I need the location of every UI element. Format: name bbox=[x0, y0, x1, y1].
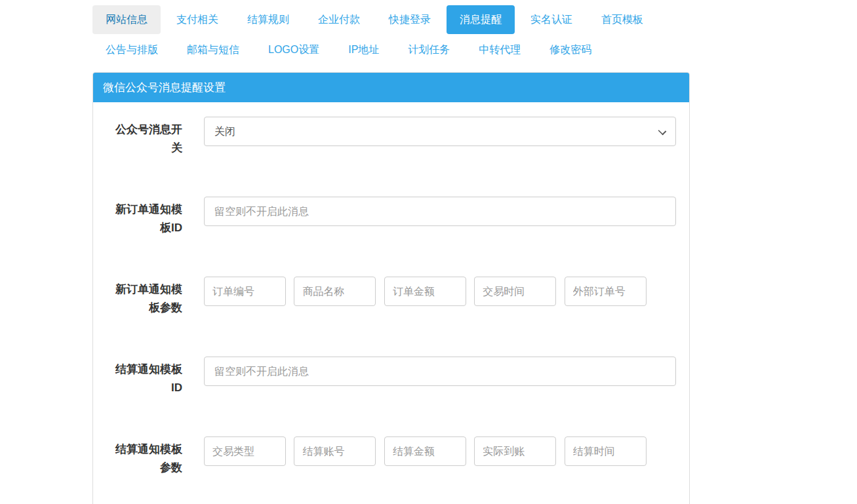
param-trade-type-input[interactable] bbox=[204, 436, 286, 466]
param-settlement-time-input[interactable] bbox=[565, 436, 647, 466]
param-order-amount-input[interactable] bbox=[384, 277, 466, 306]
param-external-order-input[interactable] bbox=[565, 277, 647, 306]
field-row-settlement-template-id: 结算通知模板ID bbox=[103, 357, 676, 397]
official-account-message-switch-select[interactable]: 关闭 bbox=[204, 117, 676, 146]
param-trade-time-input[interactable] bbox=[474, 277, 556, 306]
tab-transit-proxy[interactable]: 中转代理 bbox=[466, 35, 534, 64]
settlement-template-id-input[interactable] bbox=[204, 357, 676, 386]
tab-website-info[interactable]: 网站信息 bbox=[92, 5, 161, 34]
tab-message-notify[interactable]: 消息提醒 bbox=[447, 5, 515, 34]
new-order-template-id-input[interactable] bbox=[204, 197, 676, 226]
field-label: 公众号消息开关 bbox=[108, 117, 182, 157]
panel-title: 微信公众号消息提醒设置 bbox=[93, 73, 689, 102]
tab-cron-tasks[interactable]: 计划任务 bbox=[395, 35, 463, 64]
panel-body: 公众号消息开关 关闭 新订单通知模板ID 新订单通知模板参数 bbox=[93, 102, 689, 504]
field-label: 新订单通知模板参数 bbox=[108, 277, 182, 317]
param-settlement-account-input[interactable] bbox=[294, 436, 376, 466]
tab-announcement-layout[interactable]: 公告与排版 bbox=[92, 35, 171, 64]
field-row-official-account-switch: 公众号消息开关 关闭 bbox=[103, 117, 676, 157]
tab-email-sms[interactable]: 邮箱与短信 bbox=[174, 35, 252, 64]
tab-home-template[interactable]: 首页模板 bbox=[588, 5, 656, 34]
settings-nav: 网站信息 支付相关 结算规则 企业付款 快捷登录 消息提醒 实名认证 首页模板 … bbox=[92, 5, 702, 64]
param-order-number-input[interactable] bbox=[204, 277, 286, 306]
tab-change-password[interactable]: 修改密码 bbox=[536, 35, 605, 64]
tab-ip-address[interactable]: IP地址 bbox=[335, 35, 392, 64]
field-row-new-order-template-id: 新订单通知模板ID bbox=[103, 197, 676, 237]
field-label: 新订单通知模板ID bbox=[108, 197, 182, 237]
tab-payment[interactable]: 支付相关 bbox=[163, 5, 231, 34]
field-label: 结算通知模板ID bbox=[108, 357, 182, 397]
settings-page: 网站信息 支付相关 结算规则 企业付款 快捷登录 消息提醒 实名认证 首页模板 … bbox=[0, 0, 857, 504]
tab-settlement-rules[interactable]: 结算规则 bbox=[234, 5, 302, 34]
nav-row-1: 网站信息 支付相关 结算规则 企业付款 快捷登录 消息提醒 实名认证 首页模板 bbox=[92, 5, 702, 34]
param-actual-arrival-input[interactable] bbox=[474, 436, 556, 466]
tab-enterprise-payment[interactable]: 企业付款 bbox=[305, 5, 373, 34]
wechat-notify-settings-panel: 微信公众号消息提醒设置 公众号消息开关 关闭 新订单通知模板ID bbox=[92, 72, 690, 504]
param-settlement-amount-input[interactable] bbox=[384, 436, 466, 466]
tab-quick-login[interactable]: 快捷登录 bbox=[376, 5, 444, 34]
field-label: 结算通知模板参数 bbox=[108, 436, 182, 477]
field-row-new-order-template-params: 新订单通知模板参数 bbox=[103, 277, 676, 317]
tab-logo-settings[interactable]: LOGO设置 bbox=[255, 35, 332, 64]
param-product-name-input[interactable] bbox=[294, 277, 376, 306]
nav-row-2: 公告与排版 邮箱与短信 LOGO设置 IP地址 计划任务 中转代理 修改密码 bbox=[92, 35, 702, 64]
field-row-settlement-template-params: 结算通知模板参数 bbox=[103, 436, 676, 477]
tab-realname-auth[interactable]: 实名认证 bbox=[517, 5, 586, 34]
